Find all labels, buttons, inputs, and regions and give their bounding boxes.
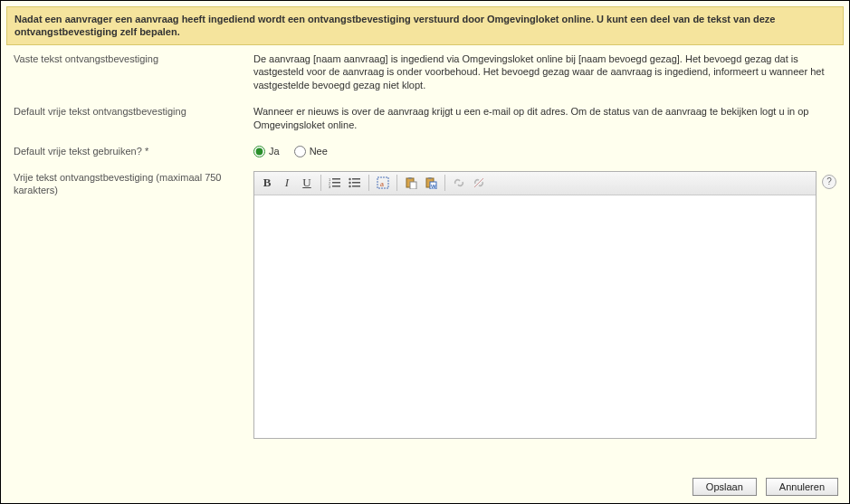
svg-rect-1 bbox=[332, 178, 340, 180]
svg-point-8 bbox=[349, 182, 350, 184]
radio-no[interactable] bbox=[294, 146, 306, 157]
svg-rect-16 bbox=[410, 182, 416, 189]
info-banner: Nadat een aanvrager een aanvraag heeft i… bbox=[6, 6, 844, 45]
paste-icon bbox=[405, 176, 417, 189]
svg-text:3: 3 bbox=[329, 185, 331, 188]
row-use-default: Default vrije tekst gebruiken? * Ja Nee bbox=[14, 145, 836, 158]
config-dialog: Nadat een aanvrager een aanvraag heeft i… bbox=[0, 0, 850, 504]
help-button[interactable]: ? bbox=[822, 175, 836, 189]
toolbar-separator bbox=[444, 175, 445, 191]
select-all-icon: a bbox=[377, 176, 389, 189]
underline-button[interactable]: U bbox=[298, 174, 316, 192]
row-default-free-text: Default vrije tekst ontvangstbevestiging… bbox=[14, 105, 836, 132]
unlink-icon bbox=[473, 176, 485, 189]
svg-rect-18 bbox=[428, 177, 432, 179]
paste-from-word-button[interactable]: W bbox=[422, 174, 440, 192]
toolbar-separator bbox=[320, 175, 321, 191]
unordered-list-button[interactable] bbox=[346, 174, 364, 192]
svg-rect-3 bbox=[332, 182, 340, 184]
rich-text-editor: B I U 123 a bbox=[253, 171, 817, 439]
toolbar-separator bbox=[368, 175, 369, 191]
paste-button[interactable] bbox=[402, 174, 420, 192]
svg-text:a: a bbox=[380, 179, 384, 188]
italic-button[interactable]: I bbox=[278, 174, 296, 192]
svg-rect-5 bbox=[332, 185, 340, 187]
link-button bbox=[450, 174, 468, 192]
unlink-button bbox=[470, 174, 488, 192]
svg-text:W: W bbox=[431, 184, 436, 189]
ordered-list-button[interactable]: 123 bbox=[326, 174, 344, 192]
free-text-textarea[interactable] bbox=[254, 195, 816, 438]
editor-toolbar: B I U 123 a bbox=[254, 172, 816, 195]
radio-yes[interactable] bbox=[253, 146, 265, 157]
value-default-free-text: Wanneer er nieuws is over de aanvraag kr… bbox=[253, 105, 836, 132]
label-default-free-text: Default vrije tekst ontvangstbevestiging bbox=[14, 105, 253, 118]
radio-yes-label: Ja bbox=[269, 145, 280, 158]
radio-option-no[interactable]: Nee bbox=[294, 145, 328, 158]
cancel-button[interactable]: Annuleren bbox=[766, 478, 838, 496]
form-content: Vaste tekst ontvangstbevestiging De aanv… bbox=[1, 52, 849, 439]
toolbar-separator bbox=[396, 175, 397, 191]
radio-option-yes[interactable]: Ja bbox=[253, 145, 280, 158]
radio-no-label: Nee bbox=[310, 145, 328, 158]
select-all-button[interactable]: a bbox=[374, 174, 392, 192]
svg-rect-7 bbox=[352, 178, 360, 180]
svg-rect-11 bbox=[352, 185, 360, 187]
radio-group-use-default: Ja Nee bbox=[253, 145, 836, 158]
row-free-text-editor: Vrije tekst ontvangstbevestiging (maxima… bbox=[14, 171, 836, 439]
unordered-list-icon bbox=[349, 177, 361, 188]
save-button[interactable]: Opslaan bbox=[692, 478, 757, 496]
editor-wrap: B I U 123 a bbox=[253, 171, 836, 439]
svg-point-6 bbox=[349, 178, 350, 180]
paste-word-icon: W bbox=[425, 176, 437, 189]
label-free-text: Vrije tekst ontvangstbevestiging (maxima… bbox=[14, 171, 253, 197]
label-fixed-text: Vaste tekst ontvangstbevestiging bbox=[14, 52, 253, 65]
svg-point-10 bbox=[349, 185, 350, 187]
value-fixed-text: De aanvraag [naam aanvraag] is ingediend… bbox=[253, 52, 836, 93]
label-use-default: Default vrije tekst gebruiken? * bbox=[14, 145, 253, 157]
ordered-list-icon: 123 bbox=[329, 177, 341, 188]
svg-rect-9 bbox=[352, 182, 360, 184]
dialog-footer: Opslaan Annuleren bbox=[692, 478, 838, 496]
row-fixed-text: Vaste tekst ontvangstbevestiging De aanv… bbox=[14, 52, 836, 93]
svg-rect-15 bbox=[408, 177, 412, 179]
link-icon bbox=[453, 176, 465, 189]
bold-button[interactable]: B bbox=[258, 174, 276, 192]
